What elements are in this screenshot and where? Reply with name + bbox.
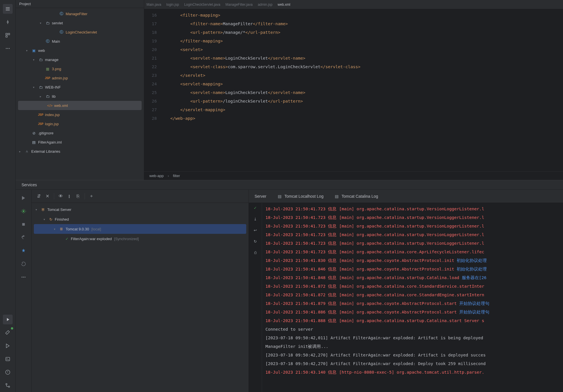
editor-tab[interactable]: ManageFilter.java [225,3,253,7]
log-tab-bar[interactable]: Server ▤ Tomcat Localhost Log ▤ Tomcat C… [249,190,563,203]
wrap-icon[interactable]: ↩ [254,228,257,232]
tree-row[interactable]: ▦3.png [16,64,144,73]
services-tree-row[interactable]: ⛨Tomcat 9.0.30 [local] [34,224,246,234]
log-line: 18-Jul-2023 21:50:41.723 信息 [main] org.a… [265,205,563,213]
services-tree-suffix: [local] [91,227,101,231]
check-icon[interactable]: ✓ [254,206,257,210]
editor-body[interactable]: 16171819202122232425262728 <filter-mappi… [144,9,563,171]
editor-tab[interactable]: login.jsp [166,3,179,7]
tree-row[interactable]: JSPindex.jsp [16,110,144,119]
log-output[interactable]: 18-Jul-2023 21:50:41.723 信息 [main] org.a… [262,203,563,392]
structure-tool-icon[interactable] [3,30,13,40]
vcs-rail-icon[interactable] [3,381,13,390]
log-tab-catalina[interactable]: ▤ Tomcat Catalina Log [335,194,378,199]
tree-row[interactable]: ⒸLoginCheckServlet [16,28,144,37]
editor-tab[interactable]: admin.jsp [258,3,272,7]
log-icon: ▤ [335,194,339,199]
services-tree-row[interactable]: ↻Finished [32,214,249,224]
editor-tab[interactable]: Main.java [146,3,161,7]
export-icon[interactable]: ⎙ [254,250,257,255]
tree-item-label: index.jsp [45,113,60,117]
services-rail-icon[interactable] [3,315,13,324]
commit-tool-icon[interactable] [3,17,13,27]
restart-icon[interactable]: ↻ [254,239,257,244]
tree-row[interactable]: 🗀manage [16,55,144,64]
services-panel-title[interactable]: Services [16,180,563,190]
services-tree-row[interactable]: ✓FilterAgain:war exploded [Synchronized] [32,234,249,244]
editor-tab[interactable]: web.xml [278,3,290,7]
tree-row[interactable]: 🗀lib [16,92,144,101]
log-line: [2023-07-18 09:50:42,270] Artifact Filte… [265,351,563,359]
chevron-icon [36,208,39,211]
artifact-icon[interactable] [19,246,28,256]
project-tree[interactable]: ⒸManageFilter🗀servletⒸLoginCheckServletⒸ… [16,8,144,180]
log-line: 18-Jul-2023 21:50:41.872 信息 [main] org.a… [265,282,563,291]
tree-item-label: ManageFilter [66,12,87,16]
log-line: 18-Jul-2023 21:50:41.723 信息 [main] org.a… [265,248,563,256]
filter-icon[interactable]: ⫿ [66,193,73,200]
expand-collapse-icon[interactable]: ⇵ [35,193,42,200]
debug-icon[interactable] [19,206,28,216]
editor-tab[interactable]: LoginCheckServlet.java [184,3,220,7]
tree-row[interactable]: ▣web [16,46,144,55]
folder-icon: 🗀 [38,58,43,62]
tree-row[interactable]: ⊘.gitignore [16,128,144,138]
scroll-icon[interactable]: ⤓ [254,217,257,221]
tree-row[interactable]: JSPlogin.jsp [16,119,144,128]
log-icon: ▤ [278,194,282,199]
add-icon[interactable]: ＋ [88,193,95,200]
chevron-icon [54,228,57,231]
build-rail-icon[interactable] [3,328,13,338]
log-line: 18-Jul-2023 21:50:41.723 信息 [main] org.a… [265,230,563,239]
services-tree-panel: ⇵ ✕ 👁 ⫿ ⎘ ＋ ⛨Tomcat Server↻Finished⛨Tomc… [32,190,249,392]
services-tree-row[interactable]: ⛨Tomcat Server [32,205,249,214]
log-line: 18-Jul-2023 21:50:41.846 信息 [main] org.a… [265,265,563,273]
redeploy-icon[interactable] [19,233,28,242]
left-tool-rail [0,0,16,392]
rerun-icon[interactable] [19,259,28,269]
log-line: 18-Jul-2023 21:50:41.879 信息 [main] org.a… [265,299,563,308]
log-panel: Server ▤ Tomcat Localhost Log ▤ Tomcat C… [249,190,563,392]
lib-icon: ⊘ [31,131,36,135]
log-tab-server[interactable]: Server [255,194,266,199]
close-icon[interactable]: ✕ [44,193,51,200]
tree-item-label: servlet [52,21,63,25]
tree-item-label: manage [45,58,58,62]
problems-rail-icon[interactable] [3,367,13,377]
tree-row[interactable]: ▤FilterAgain.iml [16,138,144,147]
editor-tab-bar[interactable]: Main.javalogin.jspLoginCheckServlet.java… [144,0,563,9]
terminal-rail-icon[interactable] [3,354,13,364]
svg-rect-3 [6,36,7,37]
services-tree-label: Finished [55,217,69,222]
more-options-icon[interactable] [19,272,28,282]
tree-item-label: .gitignore [38,131,53,135]
project-tool-icon[interactable] [3,4,13,14]
services-tree[interactable]: ⛨Tomcat Server↻Finished⛨Tomcat 9.0.30 [l… [32,203,249,392]
tree-item-label: lib [52,94,56,99]
log-tab-localhost[interactable]: ▤ Tomcat Localhost Log [278,194,323,199]
code-view[interactable]: <filter-mapping> <filter-name>ManageFilt… [160,9,563,171]
more-tool-icon[interactable] [3,44,13,53]
img-icon: ▦ [45,67,50,71]
stop-icon[interactable] [19,219,28,229]
run-rail-icon[interactable] [3,341,13,351]
run-icon[interactable] [19,193,28,203]
chevron-icon [40,21,43,25]
tree-row[interactable]: </>web.xml [18,101,142,110]
service-icon: ⛨ [60,227,63,231]
log-line: [2023-07-18 09:50:42,011] Artifact Filte… [265,334,563,342]
show-icon[interactable]: 👁 [57,193,64,200]
tree-row[interactable]: ⑃External Libraries [16,147,144,156]
log-line: 18-Jul-2023 21:50:41.723 信息 [main] org.a… [265,213,563,222]
breadcrumb-item[interactable]: filter [173,174,180,178]
tree-row[interactable]: 🗀WEB-INF [16,83,144,92]
tree-row[interactable]: ⒸMain [16,37,144,46]
breadcrumb-bar[interactable]: web-app › filter [144,171,563,180]
breadcrumb-item[interactable]: web-app [149,174,164,178]
tree-row[interactable]: ⒸManageFilter [16,9,144,18]
tree-row[interactable]: JSPadmin.jsp [16,73,144,83]
tree-row[interactable]: 🗀servlet [16,18,144,28]
svg-point-6 [9,48,10,49]
group-icon[interactable]: ⎘ [74,193,82,200]
project-panel-title[interactable]: Project [16,0,144,8]
